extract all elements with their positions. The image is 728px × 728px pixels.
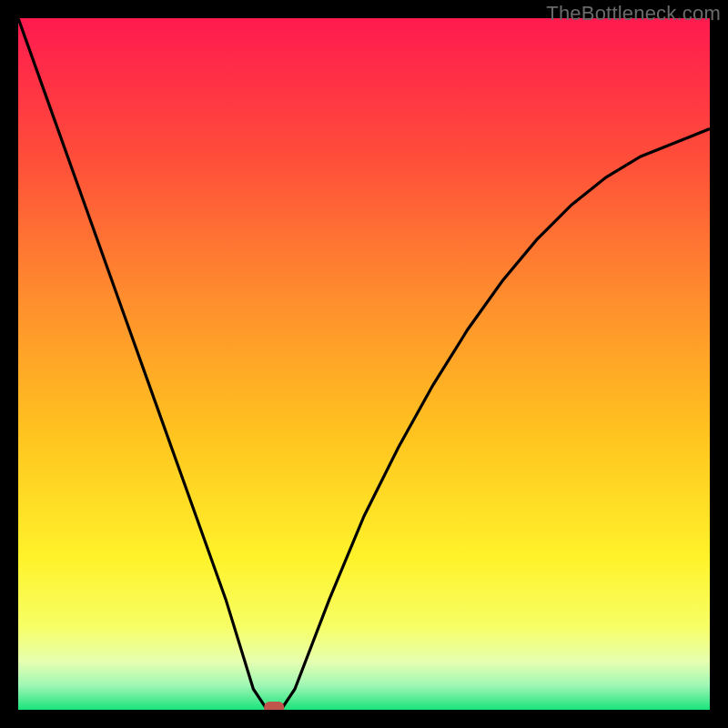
watermark-text: TheBottleneck.com xyxy=(546,2,721,25)
minimum-marker xyxy=(264,702,284,710)
chart-svg xyxy=(18,18,710,710)
plot-background xyxy=(18,18,710,710)
chart-frame xyxy=(18,18,710,710)
